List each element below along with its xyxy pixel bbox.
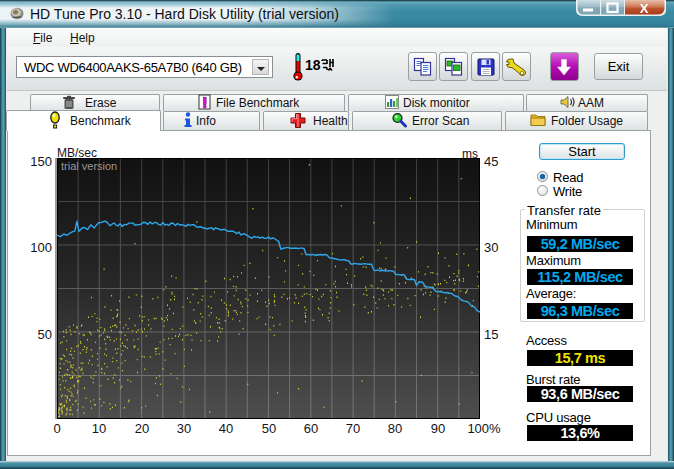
svg-text:trial version: trial version bbox=[61, 160, 117, 172]
svg-text:X: X bbox=[640, 1, 649, 16]
